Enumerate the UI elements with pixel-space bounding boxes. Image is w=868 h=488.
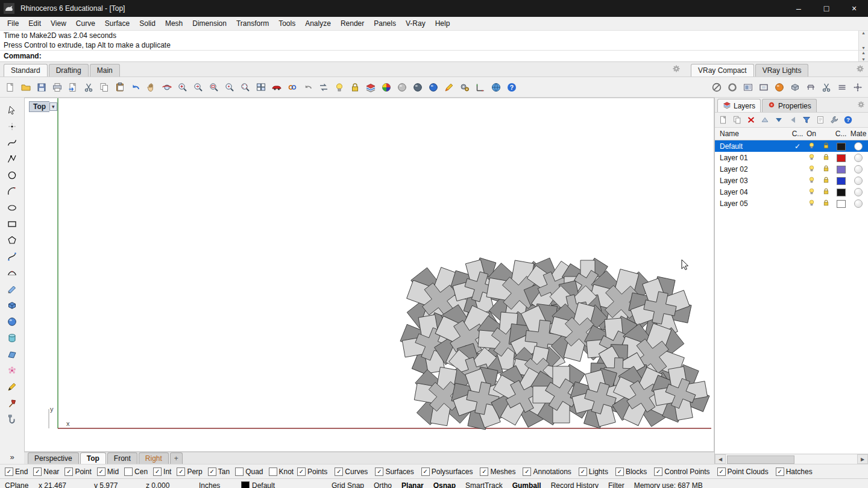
copy-icon[interactable] bbox=[96, 80, 112, 95]
vray-frame-icon[interactable] bbox=[756, 80, 772, 95]
knife-icon[interactable] bbox=[4, 283, 20, 296]
viewport-layout-icon[interactable] bbox=[253, 80, 269, 95]
print-icon[interactable] bbox=[49, 80, 65, 95]
viewport-title[interactable]: Top bbox=[29, 101, 49, 112]
osnap-knot[interactable]: Knot bbox=[269, 468, 294, 476]
toolbar-tab-vray-compact[interactable]: VRay Compact bbox=[691, 64, 754, 77]
collapse-all-icon[interactable] bbox=[787, 114, 799, 126]
filter-blocks[interactable]: ✓Blocks bbox=[615, 468, 647, 476]
layer-color-swatch[interactable] bbox=[833, 199, 849, 207]
checkbox-icon[interactable]: ✓ bbox=[33, 468, 42, 476]
checkbox-icon[interactable]: ✓ bbox=[97, 468, 105, 476]
layer-sheet-icon[interactable] bbox=[814, 114, 826, 126]
checkbox-icon[interactable]: ✓ bbox=[5, 468, 13, 476]
layer-on-bulb-icon[interactable] bbox=[804, 164, 819, 174]
viewport-tab-front[interactable]: Front bbox=[107, 452, 137, 464]
menu-analyze[interactable]: Analyze bbox=[300, 18, 336, 29]
filter-annotations[interactable]: ✓Annotations bbox=[523, 468, 571, 476]
solid-cylinder-icon[interactable] bbox=[4, 331, 20, 345]
status-toggle-record-history[interactable]: Record History bbox=[551, 481, 599, 488]
checkbox-icon[interactable]: ✓ bbox=[375, 468, 383, 476]
filter-surfaces[interactable]: ✓Surfaces bbox=[375, 468, 414, 476]
menu-panels[interactable]: Panels bbox=[369, 18, 401, 29]
swap-view-icon[interactable] bbox=[316, 80, 332, 95]
link-icon[interactable] bbox=[285, 80, 300, 95]
toolbar-tab-vray-lights[interactable]: VRay Lights bbox=[755, 64, 809, 77]
checkbox-icon[interactable]: ✓ bbox=[480, 468, 488, 476]
new-layer-icon[interactable] bbox=[717, 114, 729, 126]
layer-color-swatch[interactable] bbox=[833, 142, 849, 150]
status-toggle-gumball[interactable]: Gumball bbox=[512, 481, 541, 488]
raytraced-sphere-icon[interactable] bbox=[426, 80, 441, 95]
zoom-window-icon[interactable] bbox=[206, 80, 222, 95]
vray-render-orange-icon[interactable] bbox=[772, 80, 787, 95]
delete-layer-icon[interactable] bbox=[745, 114, 757, 126]
status-cplane[interactable]: CPlane bbox=[5, 481, 39, 488]
toolbar-options-gear-icon[interactable] bbox=[671, 64, 682, 75]
top-viewport[interactable]: Top ▾ yx bbox=[24, 98, 714, 452]
open-file-icon[interactable] bbox=[18, 80, 34, 95]
vray-disabled-icon[interactable] bbox=[709, 80, 725, 95]
minimize-button[interactable]: – bbox=[785, 0, 813, 17]
column-header-on[interactable]: On bbox=[804, 130, 819, 138]
menu-transform[interactable]: Transform bbox=[231, 18, 274, 29]
layer-on-bulb-icon[interactable] bbox=[804, 187, 819, 197]
menu-file[interactable]: File bbox=[2, 18, 24, 29]
viewport-tab-top[interactable]: Top bbox=[80, 452, 106, 464]
layer-lock-icon[interactable] bbox=[819, 176, 833, 186]
new-file-icon[interactable] bbox=[2, 80, 18, 95]
toolbar-tab-main[interactable]: Main bbox=[90, 64, 120, 77]
lock-icon[interactable] bbox=[347, 80, 363, 95]
command-history-scrollbar[interactable]: ▲▼ bbox=[858, 31, 868, 50]
vray-frame-buffer-icon[interactable] bbox=[740, 80, 756, 95]
single-point-icon[interactable] bbox=[4, 120, 20, 133]
solid-sphere-icon[interactable] bbox=[4, 315, 20, 328]
viewport-dropdown-icon[interactable]: ▾ bbox=[49, 102, 57, 111]
cut-icon[interactable] bbox=[81, 80, 96, 95]
column-header-c[interactable]: C... bbox=[791, 130, 804, 138]
transform-widgets-icon[interactable] bbox=[4, 364, 20, 377]
column-header-c[interactable]: C... bbox=[833, 130, 849, 138]
light-icon[interactable] bbox=[332, 80, 347, 95]
filter-lights[interactable]: ✓Lights bbox=[579, 468, 608, 476]
new-viewport-tab-button[interactable]: + bbox=[170, 452, 183, 464]
cplane-icon[interactable] bbox=[473, 80, 488, 95]
vray-ring-icon[interactable] bbox=[725, 80, 740, 95]
layer-row-layer-04[interactable]: Layer 04 bbox=[715, 186, 868, 198]
layer-lock-icon[interactable] bbox=[819, 153, 833, 163]
layer-row-default[interactable]: Default✓ bbox=[715, 140, 868, 152]
viewport-canvas[interactable]: yx bbox=[25, 98, 714, 451]
vray-bench-icon[interactable] bbox=[803, 80, 819, 95]
osnap-perp[interactable]: ✓Perp bbox=[177, 468, 202, 476]
checkbox-icon[interactable]: ✓ bbox=[297, 468, 306, 476]
ellipse-icon[interactable] bbox=[4, 201, 20, 214]
checkbox-icon[interactable]: ✓ bbox=[776, 468, 784, 476]
filter-points[interactable]: ✓Points bbox=[297, 468, 327, 476]
status-toggle-ortho[interactable]: Ortho bbox=[374, 481, 392, 488]
checkbox-icon[interactable]: ✓ bbox=[64, 468, 73, 476]
layer-lock-icon[interactable] bbox=[819, 199, 833, 208]
zoom-extents-icon[interactable] bbox=[237, 80, 253, 95]
filter-control-points[interactable]: ✓Control Points bbox=[654, 468, 709, 476]
status-toggle-grid-snap[interactable]: Grid Snap bbox=[332, 481, 364, 488]
zoom-selected-icon[interactable] bbox=[222, 80, 237, 95]
layer-on-bulb-icon[interactable] bbox=[804, 199, 819, 208]
status-toggle-planar[interactable]: Planar bbox=[401, 481, 424, 488]
toolbar-tab-standard[interactable]: Standard bbox=[4, 64, 48, 77]
circle-icon[interactable] bbox=[4, 169, 20, 182]
column-header-mate[interactable]: Mate bbox=[849, 130, 868, 138]
spinner-down-icon[interactable]: ▼ bbox=[861, 57, 866, 61]
status-toggle-filter[interactable]: Filter bbox=[608, 481, 624, 488]
layer-lock-icon[interactable] bbox=[819, 187, 833, 197]
command-input[interactable] bbox=[42, 51, 858, 61]
osnap-near[interactable]: ✓Near bbox=[33, 468, 59, 476]
rail-overflow-button[interactable]: » bbox=[10, 452, 14, 461]
zoom-in-icon[interactable] bbox=[175, 80, 190, 95]
free-form-curve-icon[interactable] bbox=[4, 250, 20, 263]
layers-hscrollbar[interactable]: ◀ ▶ bbox=[715, 454, 868, 464]
checkbox-icon[interactable] bbox=[235, 468, 244, 476]
toolbar-tab-drafting[interactable]: Drafting bbox=[49, 64, 89, 77]
layer-help-icon[interactable]: ? bbox=[842, 114, 854, 126]
menu-edit[interactable]: Edit bbox=[24, 18, 46, 29]
panel-tab-properties[interactable]: Properties bbox=[762, 99, 817, 112]
